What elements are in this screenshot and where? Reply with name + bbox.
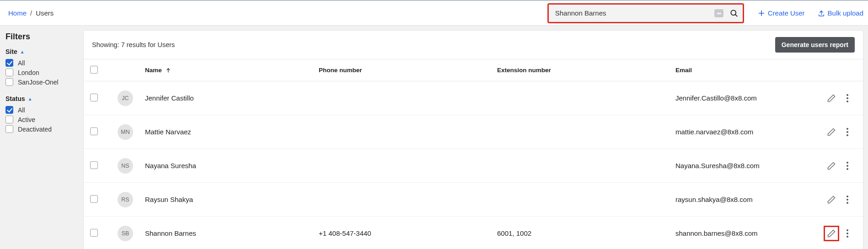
bulk-upload-button[interactable]: Bulk upload [818,9,863,17]
checkbox[interactable] [5,59,13,67]
cell-phone: +1 408-547-3440 [319,229,497,237]
edit-button[interactable] [826,228,836,238]
row-checkbox[interactable] [90,127,98,135]
filters-title: Filters [5,32,78,42]
cell-email: mattie.narvaez@8x8.com [675,128,826,136]
more-actions-button[interactable] [844,93,851,103]
create-user-button[interactable]: Create User [758,9,805,17]
filter-option-label: SanJose-Onel [18,79,59,86]
filter-option[interactable]: All [5,58,78,68]
filter-option[interactable]: Deactivated [5,124,78,134]
filter-option[interactable]: All [5,105,78,115]
avatar: JC [118,90,133,106]
table-row[interactable]: RS Raysun Shakya raysun.shakya@8x8.com [84,183,863,217]
checkbox[interactable] [5,125,13,133]
checkbox[interactable] [5,69,13,76]
cell-extension: 6001, 1002 [497,229,675,237]
edit-button[interactable] [826,195,836,205]
cell-email: Jennifer.Castillo@8x8.com [675,94,826,102]
filter-option-label: All [18,106,25,114]
filter-option[interactable]: London [5,68,78,77]
table-row[interactable]: NS Nayana Suresha Nayana.Suresha@8x8.com [84,149,863,183]
checkbox[interactable] [5,116,13,123]
row-checkbox[interactable] [90,161,98,169]
checkbox[interactable] [5,78,13,86]
generate-report-button[interactable]: Generate users report [775,37,855,53]
avatar: NS [118,158,133,174]
edit-button[interactable] [826,93,836,103]
table-header: Name Phone number Extension number Email [84,59,863,81]
cell-name: Jennifer Castillo [145,94,319,102]
results-count: Showing: 7 results for Users [92,41,175,48]
bulk-upload-label: Bulk upload [828,9,863,17]
svg-line-1 [735,14,737,16]
breadcrumb: Home / Users [8,9,54,17]
filter-option-label: All [18,59,25,67]
filter-option-label: London [18,69,39,76]
search-box[interactable]: ••• [547,3,744,23]
more-actions-button[interactable] [844,127,851,137]
filter-option-label: Active [18,116,35,123]
filters-sidebar: Filters Site▲AllLondonSanJose-OnelStatus… [0,26,83,249]
breadcrumb-separator: / [30,9,32,17]
cell-name: Nayana Suresha [145,162,319,170]
select-all-checkbox[interactable] [90,66,98,74]
filter-option[interactable]: SanJose-Onel [5,77,78,87]
more-actions-button[interactable] [844,161,851,171]
more-actions-button[interactable] [844,228,851,238]
column-name[interactable]: Name [145,67,162,74]
cell-email: shannon.barnes@8x8.com [675,229,826,237]
cell-name: Raysun Shakya [145,196,319,203]
table-row[interactable]: MN Mattie Narvaez mattie.narvaez@8x8.com [84,115,863,149]
edit-button[interactable] [826,161,836,171]
column-email[interactable]: Email [675,67,826,74]
cell-email: Nayana.Suresha@8x8.com [675,162,826,170]
filter-group-site[interactable]: Site▲ [5,48,78,55]
search-input[interactable] [555,9,714,17]
create-user-label: Create User [768,9,805,17]
row-checkbox[interactable] [90,195,98,203]
column-phone[interactable]: Phone number [319,67,497,74]
collapse-icon: ▲ [20,49,25,54]
breadcrumb-current: Users [36,9,54,17]
more-actions-button[interactable] [844,195,851,205]
avatar: MN [118,124,133,140]
breadcrumb-home[interactable]: Home [8,9,27,17]
cell-name: Shannon Barnes [145,229,319,237]
filter-option[interactable]: Active [5,115,78,124]
sort-asc-icon[interactable] [166,67,171,74]
table-row[interactable]: JC Jennifer Castillo Jennifer.Castillo@8… [84,81,863,115]
edit-button[interactable] [826,127,836,137]
filter-group-status[interactable]: Status▲ [5,95,78,102]
avatar: SB [118,226,133,241]
avatar: RS [118,192,133,207]
checkbox[interactable] [5,106,13,114]
row-checkbox[interactable] [90,229,98,237]
cell-name: Mattie Narvaez [145,128,319,136]
search-filter-chip[interactable]: ••• [714,9,723,17]
results-panel: Showing: 7 results for Users Generate us… [83,30,863,249]
filter-option-label: Deactivated [18,126,52,133]
search-icon[interactable] [729,8,739,18]
cell-email: raysun.shakya@8x8.com [675,196,826,203]
column-extension[interactable]: Extension number [497,67,675,74]
table-row[interactable]: SB Shannon Barnes +1 408-547-3440 6001, … [84,217,863,249]
row-checkbox[interactable] [90,94,98,101]
collapse-icon: ▲ [28,96,32,101]
